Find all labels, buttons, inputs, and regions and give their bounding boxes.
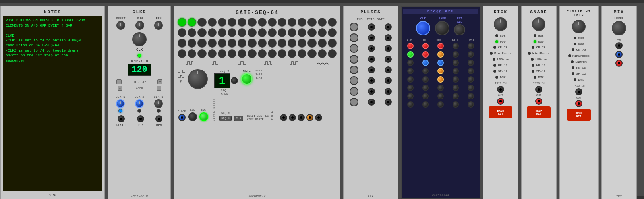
seq-btn-r3c16[interactable] xyxy=(328,39,337,47)
clkd-main-knob[interactable] xyxy=(132,32,147,46)
seq-btn-r4c15[interactable] xyxy=(318,49,327,58)
seq-btn-r3c9[interactable] xyxy=(258,39,267,47)
seq-btn-r4c14[interactable] xyxy=(307,49,316,58)
push-btn-4[interactable] xyxy=(350,55,358,64)
btoggler-gate-1[interactable] xyxy=(453,43,459,49)
clkd-run-jack[interactable] xyxy=(137,115,144,122)
btoggler-rst-8[interactable] xyxy=(468,101,474,108)
gateseq-jack3[interactable] xyxy=(298,114,305,121)
btoggler-in-7[interactable] xyxy=(422,93,429,99)
btoggler-gate-5[interactable] xyxy=(453,76,459,83)
btoggler-rst-5[interactable] xyxy=(468,76,474,83)
seq-btn-r4c11[interactable] xyxy=(278,49,286,58)
push-btn-7[interactable] xyxy=(350,87,358,96)
seq-btn-r3c3[interactable] xyxy=(197,39,206,47)
gateseq-gate-button[interactable] xyxy=(241,73,252,85)
gateseq-run-button[interactable] xyxy=(199,112,208,121)
gate-jack-1[interactable] xyxy=(385,23,392,31)
seq-btn-r2c6[interactable] xyxy=(228,28,236,37)
btoggler-out-2[interactable] xyxy=(437,51,444,58)
seq-btn-r2c15[interactable] xyxy=(318,28,327,37)
seq-btn-r3c12[interactable] xyxy=(288,39,296,47)
seq-btn-r4c13[interactable] xyxy=(298,49,306,58)
seq-btn-r2c13[interactable] xyxy=(298,28,306,37)
trig-jack-4[interactable] xyxy=(368,56,375,63)
kick-trig-in-jack[interactable] xyxy=(497,86,504,93)
mix-in-jack[interactable] xyxy=(615,42,623,49)
gate-jack-7[interactable] xyxy=(385,88,392,95)
gate-jack-6[interactable] xyxy=(385,77,392,84)
btoggler-out-5[interactable] xyxy=(437,76,444,83)
clkd-display-minus[interactable]: – xyxy=(116,79,121,84)
seq-btn-r2c12[interactable] xyxy=(288,28,296,37)
trig-jack-6[interactable] xyxy=(368,77,375,84)
seq-btn-r1c16[interactable] xyxy=(328,18,337,27)
btoggler-in-3[interactable] xyxy=(422,60,429,66)
seq-btn-r1c13[interactable] xyxy=(298,18,306,27)
btoggler-in-4[interactable] xyxy=(422,68,429,74)
opt-2x32[interactable]: 2x32 xyxy=(255,73,262,76)
clkd-clk3-knob[interactable] xyxy=(154,99,163,108)
btoggler-arm-8[interactable] xyxy=(407,101,414,108)
gateseq-jack4[interactable] xyxy=(306,114,313,121)
btoggler-arm-7[interactable] xyxy=(407,93,414,99)
btoggler-rst-all-knob[interactable] xyxy=(454,24,465,35)
btoggler-out-7[interactable] xyxy=(437,93,444,99)
clkd-run-knob[interactable] xyxy=(135,21,144,30)
seq-btn-r1c1[interactable] xyxy=(178,18,186,27)
opt-8[interactable]: 8 xyxy=(271,114,276,118)
seq-btn-r3c1[interactable] xyxy=(178,39,186,47)
seq-btn-r1c10[interactable] xyxy=(268,18,277,27)
seq-btn-r2c11[interactable] xyxy=(278,28,286,37)
seq-btn-r2c16[interactable] xyxy=(328,28,337,37)
gateseq-seq-hash-button[interactable]: SEQ # xyxy=(219,116,232,121)
seq-btn-r2c10[interactable] xyxy=(268,28,277,37)
btoggler-rst-3[interactable] xyxy=(468,60,474,66)
gateseq-run-pill[interactable]: RUN xyxy=(234,116,243,121)
seq-btn-r3c8[interactable] xyxy=(248,39,256,47)
btoggler-in-5[interactable] xyxy=(422,76,429,83)
mix-level-knob[interactable] xyxy=(612,21,626,35)
gateseq-jack5[interactable] xyxy=(315,114,322,121)
seq-btn-r3c14[interactable] xyxy=(307,39,316,47)
seq-btn-r1c5[interactable] xyxy=(218,18,226,27)
seq-btn-r4c4[interactable] xyxy=(208,49,217,58)
mix-out-red-jack[interactable] xyxy=(615,60,623,67)
seq-btn-r4c5[interactable] xyxy=(218,49,226,58)
seq-btn-r3c7[interactable] xyxy=(238,39,246,47)
push-btn-8[interactable] xyxy=(350,98,358,106)
btoggler-out-6[interactable] xyxy=(437,85,444,91)
seq-btn-r2c8[interactable] xyxy=(248,28,256,37)
seq-btn-r4c9[interactable] xyxy=(258,49,267,58)
btoggler-clk-knob[interactable] xyxy=(416,21,430,35)
gate-jack-8[interactable] xyxy=(385,99,392,106)
gate-jack-4[interactable] xyxy=(385,56,392,63)
seq-btn-r2c1[interactable] xyxy=(178,28,186,37)
clkd-bpm-jack[interactable] xyxy=(155,115,162,122)
seq-btn-r1c9[interactable] xyxy=(258,18,267,27)
hihats-knob[interactable] xyxy=(572,20,586,33)
seq-btn-r1c2[interactable] xyxy=(188,18,196,27)
clkd-mode-plus[interactable]: + xyxy=(157,86,161,91)
btoggler-gate-7[interactable] xyxy=(453,93,459,99)
seq-btn-r2c5[interactable] xyxy=(218,28,226,37)
gateseq-reset-knob[interactable] xyxy=(188,112,197,121)
seq-btn-r4c10[interactable] xyxy=(268,49,277,58)
btoggler-gate-2[interactable] xyxy=(453,51,459,58)
push-btn-1[interactable] xyxy=(350,23,358,31)
hihats-trig-in-jack[interactable] xyxy=(575,88,582,95)
seq-btn-r2c3[interactable] xyxy=(197,28,206,37)
btoggler-out-3[interactable] xyxy=(437,60,444,66)
seq-btn-r2c9[interactable] xyxy=(258,28,267,37)
trig-jack-7[interactable] xyxy=(368,88,375,95)
seq-btn-r4c6[interactable] xyxy=(228,49,236,58)
seq-btn-r3c13[interactable] xyxy=(298,39,306,47)
trig-jack-1[interactable] xyxy=(368,23,375,31)
kick-knob[interactable] xyxy=(494,17,507,31)
btoggler-gate-4[interactable] xyxy=(453,68,459,74)
kick-out-jack[interactable] xyxy=(497,98,504,105)
clkd-reset-knob[interactable] xyxy=(116,21,125,30)
seq-btn-r1c15[interactable] xyxy=(318,18,327,27)
btoggler-arm-1[interactable] xyxy=(407,43,414,49)
btoggler-fade-knob[interactable] xyxy=(435,21,449,35)
